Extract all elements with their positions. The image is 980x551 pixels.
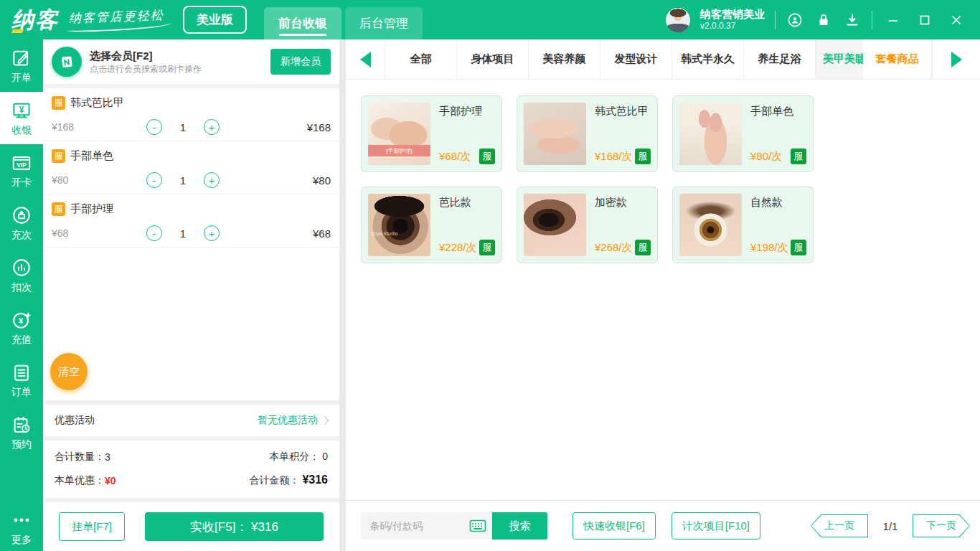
member-select-row[interactable]: 选择会员[F2] 点击进行会员搜索或刷卡操作 新增会员 xyxy=(43,39,339,84)
sidebar-item-orders[interactable]: 订单 xyxy=(0,354,43,406)
sidebar-item-label: 预约 xyxy=(11,438,32,451)
cart-item-unit-price: ¥80 xyxy=(52,174,146,186)
close-icon[interactable] xyxy=(946,11,967,29)
category-tab-hair[interactable]: 发型设计 xyxy=(600,39,672,79)
tab-back-management[interactable]: 后台管理 xyxy=(345,7,423,39)
products-panel: 全部 身体项目 美容养颜 发型设计 韩式半永久 养生足浴 美甲美睫 套餐商品 [… xyxy=(346,39,980,551)
service-type-badge: 服 xyxy=(52,202,65,216)
increase-qty-button[interactable]: + xyxy=(204,225,220,241)
product-card[interactable]: 自然款 ¥198/次 服 xyxy=(672,187,814,263)
member-card-icon xyxy=(52,47,82,77)
sidebar-item-label: 充次 xyxy=(11,229,32,242)
total-qty-label: 合计数量： xyxy=(55,451,105,463)
member-select-title: 选择会员[F2] xyxy=(90,49,202,63)
cart-item-unit-price: ¥168 xyxy=(52,121,146,133)
scroll-categories-left-button[interactable] xyxy=(346,39,385,79)
next-page-button[interactable]: 下一页 xyxy=(913,514,970,537)
download-icon[interactable] xyxy=(843,11,862,29)
keyboard-icon[interactable] xyxy=(469,519,486,532)
service-type-badge: 服 xyxy=(52,149,65,163)
category-tab-body[interactable]: 身体项目 xyxy=(457,39,529,79)
user-avatar[interactable] xyxy=(666,8,690,32)
total-amount-label: 合计金额： xyxy=(250,474,300,486)
product-name: 手部单色 xyxy=(750,105,806,118)
service-badge: 服 xyxy=(479,149,495,164)
category-tab-foot-bath[interactable]: 养生足浴 xyxy=(744,39,816,79)
search-button[interactable]: 搜索 xyxy=(492,512,547,540)
quick-cashier-button[interactable]: 快速收银[F6] xyxy=(573,512,656,540)
tab-front-cashier[interactable]: 前台收银 xyxy=(264,7,341,39)
category-tab-packages[interactable]: 套餐商品 xyxy=(863,39,932,79)
product-price: ¥68/次 xyxy=(439,150,471,164)
category-tab-semi-permanent[interactable]: 韩式半永久 xyxy=(672,39,744,79)
decrease-qty-button[interactable]: - xyxy=(146,172,162,188)
dense-lash-photo xyxy=(524,194,586,256)
logo-wrap: 纳客 纳客管店更轻松 xyxy=(0,0,164,39)
lock-icon[interactable] xyxy=(814,11,833,29)
cart-item: 服 手部单色 ¥80 - 1 + ¥80 xyxy=(43,141,339,194)
sidebar-item-more[interactable]: 更多 xyxy=(0,505,43,551)
scroll-categories-right-button[interactable] xyxy=(932,39,980,79)
sidebar-item-appointment[interactable]: 预约 xyxy=(0,406,43,458)
product-card[interactable]: 加密款 ¥268/次 服 xyxy=(517,187,658,263)
member-texts: 选择会员[F2] 点击进行会员搜索或刷卡操作 xyxy=(90,49,202,75)
product-card[interactable]: [手部护理] 手部护理 ¥68/次 服 xyxy=(361,95,502,172)
increase-qty-button[interactable]: + xyxy=(204,172,220,188)
service-badge: 服 xyxy=(635,240,651,255)
sidebar-item-cashier[interactable]: ¥ 收银 xyxy=(0,92,43,144)
minimize-icon[interactable] xyxy=(882,11,904,29)
sidebar-item-label: 收银 xyxy=(11,124,32,137)
category-tab-nails-lashes[interactable]: 美甲美睫 xyxy=(816,39,863,79)
customer-service-icon[interactable] xyxy=(786,11,804,29)
clear-cart-button[interactable]: 清空 xyxy=(50,353,88,390)
korean-nails-photo xyxy=(524,103,586,165)
decrease-qty-button[interactable]: - xyxy=(146,119,162,135)
decrease-qty-button[interactable]: - xyxy=(146,225,162,241)
divider xyxy=(872,11,872,29)
category-tab-beauty[interactable]: 美容养颜 xyxy=(529,39,600,79)
natural-lash-photo xyxy=(679,194,742,256)
edition-badge-button[interactable]: 美业版 xyxy=(183,6,247,34)
sidebar-item-label: 订单 xyxy=(11,386,32,399)
promo-value-link[interactable]: 暂无优惠活动 xyxy=(258,414,328,427)
barcode-input[interactable] xyxy=(369,520,469,532)
product-name: 手部护理 xyxy=(439,105,495,118)
cart-item: 服 手部护理 ¥68 - 1 + ¥68 xyxy=(43,194,339,248)
category-tab-all[interactable]: 全部 xyxy=(385,39,457,79)
bottom-toolbar: 搜索 快速收银[F6] 计次项目[F10] 上一页 1/1 下一页 xyxy=(346,500,980,551)
product-card[interactable]: 手部单色 ¥80/次 服 xyxy=(672,95,814,172)
product-price: ¥228/次 xyxy=(439,241,477,255)
sidebar-item-deduct-times[interactable]: 扣次 xyxy=(0,249,43,301)
count-item-button[interactable]: 计次项目[F10] xyxy=(672,512,760,540)
sidebar-item-open-order[interactable]: 开单 xyxy=(0,39,43,92)
cart-item: 服 韩式芭比甲 ¥168 - 1 + ¥168 xyxy=(43,88,339,141)
svg-text:¥: ¥ xyxy=(19,316,24,324)
sidebar-item-recharge-times[interactable]: 充次 xyxy=(0,197,43,249)
barcode-search-field xyxy=(361,512,492,540)
product-name: 芭比款 xyxy=(439,196,495,209)
deduct-times-icon xyxy=(11,257,32,278)
product-card[interactable]: 韩式芭比甲 ¥168/次 服 xyxy=(517,95,658,172)
open-order-icon xyxy=(11,47,32,69)
product-card[interactable]: Zoya Studio 芭比款 ¥228/次 服 xyxy=(361,187,502,263)
app-logo: 纳客 xyxy=(11,5,59,35)
user-meta: 纳客营销美业 v2.0.0.37 xyxy=(700,8,765,32)
add-member-button[interactable]: 新增会员 xyxy=(270,49,331,75)
main-tabs: 前台收银 后台管理 xyxy=(264,0,426,39)
sidebar-item-recharge-money[interactable]: ¥ 充值 xyxy=(0,301,43,354)
checkout-button[interactable]: 实收[F5]： ¥316 xyxy=(145,512,324,541)
pay-actions-row: 挂单[F7] 实收[F5]： ¥316 xyxy=(43,502,339,551)
maximize-icon[interactable] xyxy=(914,11,936,29)
prev-page-button[interactable]: 上一页 xyxy=(811,514,868,537)
product-price: ¥168/次 xyxy=(595,150,633,164)
page-indicator: 1/1 xyxy=(868,520,913,532)
sidebar-item-label: 开卡 xyxy=(11,176,32,189)
sidebar-item-open-card[interactable]: VIP 开卡 xyxy=(0,144,43,197)
increase-qty-button[interactable]: + xyxy=(204,119,220,135)
divider xyxy=(775,11,776,29)
orders-icon xyxy=(11,362,32,383)
cart-item-name: 手部单色 xyxy=(70,149,113,163)
hold-order-button[interactable]: 挂单[F7] xyxy=(59,512,125,541)
service-type-badge: 服 xyxy=(52,96,65,110)
recharge-money-icon: ¥ xyxy=(11,309,32,331)
